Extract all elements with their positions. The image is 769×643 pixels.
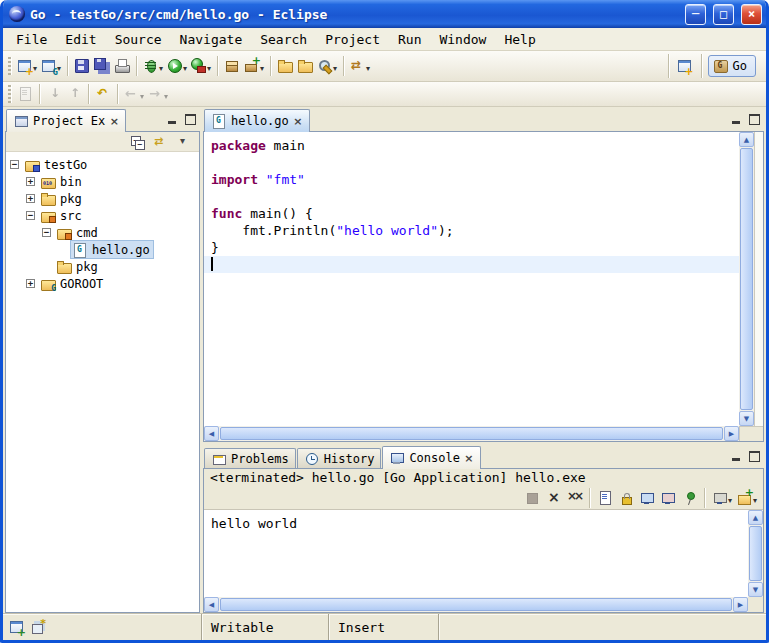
menu-window[interactable]: Window <box>430 30 495 49</box>
plus-expander-icon[interactable] <box>26 177 35 186</box>
minimize-view-icon[interactable] <box>165 113 179 126</box>
maximize-view-icon[interactable] <box>747 450 761 463</box>
menu-edit[interactable]: Edit <box>56 30 105 49</box>
show-stdout-button[interactable] <box>637 486 657 510</box>
menu-help[interactable]: Help <box>495 30 544 49</box>
workspace-launcher-button[interactable] <box>29 621 47 634</box>
debug-icon <box>143 58 159 74</box>
scroll-left-arrow-icon[interactable] <box>204 597 219 612</box>
new-go-element-button[interactable] <box>39 54 63 78</box>
collapse-all-button[interactable] <box>128 130 148 154</box>
plus-expander-icon[interactable] <box>26 194 35 203</box>
scroll-lock-button[interactable] <box>616 486 636 510</box>
editor-horizontal-scrollbar[interactable] <box>204 426 739 441</box>
tree-item-hello-go[interactable]: hello.go <box>6 241 199 258</box>
tab-problems[interactable]: Problems <box>204 448 296 468</box>
overview-ruler[interactable] <box>754 132 763 426</box>
display-console-button[interactable] <box>710 486 734 510</box>
tree-item-bin[interactable]: bin <box>6 173 199 190</box>
go-perspective-button[interactable]: Go <box>708 55 756 77</box>
menu-source[interactable]: Source <box>106 30 171 49</box>
prev-annotation-button[interactable] <box>64 82 84 106</box>
run-button[interactable] <box>165 54 189 78</box>
pin-console-button[interactable] <box>679 486 699 510</box>
new-go-app-button[interactable] <box>242 54 266 78</box>
clear-console-button[interactable] <box>595 486 615 510</box>
tab-history[interactable]: History <box>297 448 382 468</box>
scroll-right-arrow-icon[interactable] <box>724 426 739 441</box>
save-button[interactable] <box>72 54 92 78</box>
show-stderr-button[interactable] <box>658 486 678 510</box>
debug-button[interactable] <box>141 54 165 78</box>
minus-expander-icon[interactable] <box>26 211 35 220</box>
forward-button[interactable] <box>146 82 170 106</box>
open-console-button[interactable] <box>735 486 759 510</box>
plus-expander-icon[interactable] <box>26 279 35 288</box>
fast-view-button[interactable] <box>8 621 26 634</box>
tree-item-cmd[interactable]: cmd <box>6 224 199 241</box>
scrollbar-thumb[interactable] <box>220 598 732 611</box>
console-output-text[interactable]: hello world <box>204 510 748 597</box>
menu-navigate[interactable]: Navigate <box>171 30 252 49</box>
tree-item-src[interactable]: src <box>6 207 199 224</box>
open-perspective-button[interactable] <box>675 54 695 78</box>
scroll-up-arrow-icon[interactable] <box>748 510 763 525</box>
close-button[interactable]: × <box>741 4 762 25</box>
close-explorer-tab-icon[interactable] <box>109 114 119 128</box>
view-menu-button[interactable] <box>174 130 194 154</box>
mark-occurrences-button[interactable] <box>15 82 35 106</box>
close-tab-icon[interactable] <box>464 451 474 465</box>
back-button[interactable] <box>122 82 146 106</box>
main-toolbar: Go <box>3 51 766 82</box>
maximize-button[interactable]: □ <box>713 4 734 25</box>
link-with-editor-button[interactable] <box>151 130 171 154</box>
project-tree[interactable]: testGobinpkgsrccmdhello.gopkgGOROOT <box>6 152 199 612</box>
scroll-down-arrow-icon[interactable] <box>739 411 754 426</box>
tab-console[interactable]: Console <box>382 446 481 469</box>
scrollbar-thumb[interactable] <box>740 148 753 410</box>
open-go-element-button[interactable] <box>275 54 295 78</box>
scroll-right-arrow-icon[interactable] <box>733 597 748 612</box>
scroll-up-arrow-icon[interactable] <box>739 132 754 147</box>
print-button[interactable] <box>112 54 132 78</box>
tab-hello-go-editor[interactable]: hello.go <box>204 109 310 132</box>
menu-project[interactable]: Project <box>316 30 389 49</box>
tree-item-pkg[interactable]: pkg <box>6 258 199 275</box>
new-go-package-button[interactable] <box>222 54 242 78</box>
next-annotation-button[interactable] <box>44 82 64 106</box>
menu-file[interactable]: File <box>7 30 56 49</box>
scrollbar-thumb[interactable] <box>220 427 723 440</box>
tree-item-testgo[interactable]: testGo <box>6 156 199 173</box>
console-vertical-scrollbar[interactable] <box>748 510 763 597</box>
maximize-view-icon[interactable] <box>183 113 197 126</box>
tree-item-goroot[interactable]: GOROOT <box>6 275 199 292</box>
menu-run[interactable]: Run <box>389 30 430 49</box>
titlebar[interactable]: Go - testGo/src/cmd/hello.go - Eclipse ─… <box>3 0 766 28</box>
minus-expander-icon[interactable] <box>10 160 19 169</box>
close-editor-tab-icon[interactable] <box>293 114 303 128</box>
scrollbar-thumb[interactable] <box>749 526 762 581</box>
menu-search[interactable]: Search <box>251 30 316 49</box>
console-horizontal-scrollbar[interactable] <box>204 597 748 612</box>
remove-all-launches-button[interactable] <box>564 486 584 510</box>
tree-item-pkg[interactable]: pkg <box>6 190 199 207</box>
open-resource-button[interactable] <box>295 54 315 78</box>
minus-expander-icon[interactable] <box>42 228 51 237</box>
editor-vertical-scrollbar[interactable] <box>739 132 754 426</box>
minimize-view-icon[interactable] <box>729 450 743 463</box>
remove-launch-button[interactable] <box>543 486 563 510</box>
scroll-down-arrow-icon[interactable] <box>748 582 763 597</box>
run-external-button[interactable] <box>189 54 213 78</box>
minimize-view-icon[interactable] <box>729 113 743 126</box>
maximize-view-icon[interactable] <box>747 113 761 126</box>
tab-project-explorer[interactable]: Project Ex <box>6 109 126 132</box>
scroll-left-arrow-icon[interactable] <box>204 426 219 441</box>
code-editor[interactable]: package mainimport "fmt"func main() { fm… <box>204 132 739 426</box>
minimize-button[interactable]: ─ <box>685 4 706 25</box>
last-edit-location-button[interactable] <box>93 82 113 106</box>
search-button[interactable] <box>315 54 339 78</box>
new-wizard-button[interactable] <box>15 54 39 78</box>
save-all-button[interactable] <box>92 54 112 78</box>
terminate-button[interactable] <box>522 486 542 510</box>
team-sync-button[interactable] <box>348 54 372 78</box>
